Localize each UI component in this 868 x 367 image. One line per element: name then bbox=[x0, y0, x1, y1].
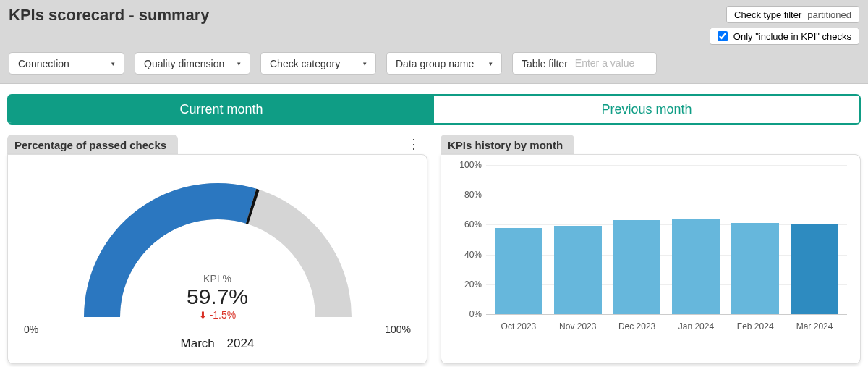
x-tick-label: Nov 2023 bbox=[554, 321, 602, 332]
gauge-chart: KPI % 59.7% ⬇ -1.5% bbox=[73, 165, 362, 321]
bar[interactable] bbox=[554, 226, 602, 314]
gauge-panel: Percentage of passed checks ⋮ KPI % 59.7… bbox=[7, 135, 427, 364]
bar[interactable] bbox=[791, 224, 838, 314]
panel-row: Percentage of passed checks ⋮ KPI % 59.7… bbox=[0, 132, 868, 367]
x-tick-label: Feb 2024 bbox=[731, 321, 779, 332]
bar-slot bbox=[554, 165, 602, 314]
bar-slot bbox=[495, 165, 542, 314]
chevron-down-icon: ▾ bbox=[111, 60, 115, 67]
connection-dropdown[interactable]: Connection ▾ bbox=[9, 52, 124, 75]
y-tick-label: 100% bbox=[459, 160, 482, 170]
table-filter-input[interactable] bbox=[575, 57, 647, 69]
gauge-date-month: March bbox=[181, 337, 215, 350]
check-type-filter-value: partitioned bbox=[807, 9, 851, 20]
bar-chart-y-axis: 0%20%40%60%80%100% bbox=[454, 165, 486, 314]
bar-chart-bars bbox=[486, 165, 847, 314]
history-bar-chart: 0%20%40%60%80%100% Oct 2023Nov 2023Dec 2… bbox=[454, 165, 847, 332]
gauge-panel-body: KPI % 59.7% ⬇ -1.5% 0% 100% March 2024 bbox=[7, 154, 427, 364]
quality-dimension-dropdown[interactable]: Quality dimension ▾ bbox=[135, 52, 250, 75]
x-tick-label: Dec 2023 bbox=[613, 321, 661, 332]
y-tick-label: 20% bbox=[464, 279, 482, 290]
x-tick-label: Jan 2024 bbox=[672, 321, 720, 332]
page-title: KPIs scorecard - summary bbox=[9, 6, 210, 25]
table-filter: Table filter bbox=[512, 52, 657, 75]
table-filter-label: Table filter bbox=[522, 58, 568, 69]
gauge-panel-title: Percentage of passed checks bbox=[7, 135, 178, 156]
header-right-controls: Check type filter partitioned Only "incl… bbox=[710, 6, 859, 45]
y-tick-label: 60% bbox=[464, 219, 482, 229]
history-panel-body: 0%20%40%60%80%100% Oct 2023Nov 2023Dec 2… bbox=[441, 154, 861, 364]
bar-chart-x-axis: Oct 2023Nov 2023Dec 2023Jan 2024Feb 2024… bbox=[486, 321, 847, 332]
check-category-dropdown[interactable]: Check category ▾ bbox=[260, 52, 376, 75]
header-bar: KPIs scorecard - summary Check type filt… bbox=[0, 0, 868, 84]
history-panel-title: KPIs history by month bbox=[441, 135, 574, 156]
gauge-svg bbox=[73, 165, 362, 321]
tab-current-month[interactable]: Current month bbox=[9, 96, 434, 123]
bar-slot bbox=[791, 165, 838, 314]
chevron-down-icon: ▾ bbox=[489, 60, 493, 67]
gauge-date: March 2024 bbox=[21, 337, 414, 351]
filter-row: Connection ▾ Quality dimension ▾ Check c… bbox=[9, 52, 859, 75]
include-kpi-checkbox-input[interactable] bbox=[718, 31, 728, 41]
bar-slot bbox=[731, 165, 779, 314]
data-group-name-dropdown[interactable]: Data group name ▾ bbox=[386, 52, 502, 75]
history-panel: KPIs history by month 0%20%40%60%80%100%… bbox=[441, 135, 861, 364]
chevron-down-icon: ▾ bbox=[363, 60, 367, 67]
y-tick-label: 80% bbox=[464, 190, 482, 200]
bar[interactable] bbox=[495, 228, 542, 314]
quality-dimension-dropdown-label: Quality dimension bbox=[144, 58, 224, 69]
y-tick-label: 0% bbox=[469, 309, 482, 319]
tab-previous-month[interactable]: Previous month bbox=[434, 96, 859, 123]
check-type-filter[interactable]: Check type filter partitioned bbox=[726, 6, 859, 23]
gauge-date-year: 2024 bbox=[227, 337, 255, 350]
x-tick-label: Oct 2023 bbox=[495, 321, 542, 332]
y-tick-label: 40% bbox=[464, 250, 482, 260]
data-group-name-dropdown-label: Data group name bbox=[396, 58, 474, 69]
kebab-icon[interactable]: ⋮ bbox=[407, 138, 420, 151]
include-kpi-checkbox[interactable]: Only "include in KPI" checks bbox=[710, 28, 859, 45]
bar[interactable] bbox=[731, 223, 779, 314]
bar[interactable] bbox=[672, 219, 720, 314]
month-tabs: Current month Previous month bbox=[7, 94, 861, 125]
bar-slot bbox=[613, 165, 661, 314]
x-tick-label: Mar 2024 bbox=[791, 321, 838, 332]
connection-dropdown-label: Connection bbox=[18, 58, 69, 69]
chevron-down-icon: ▾ bbox=[237, 60, 241, 67]
bar-slot bbox=[672, 165, 720, 314]
include-kpi-checkbox-label: Only "include in KPI" checks bbox=[733, 31, 851, 42]
gauge-range-labels: 0% 100% bbox=[21, 324, 414, 335]
bar[interactable] bbox=[613, 220, 661, 314]
check-category-dropdown-label: Check category bbox=[270, 58, 340, 69]
check-type-filter-label: Check type filter bbox=[734, 9, 801, 20]
gauge-min-label: 0% bbox=[24, 324, 38, 335]
gauge-max-label: 100% bbox=[385, 324, 411, 335]
